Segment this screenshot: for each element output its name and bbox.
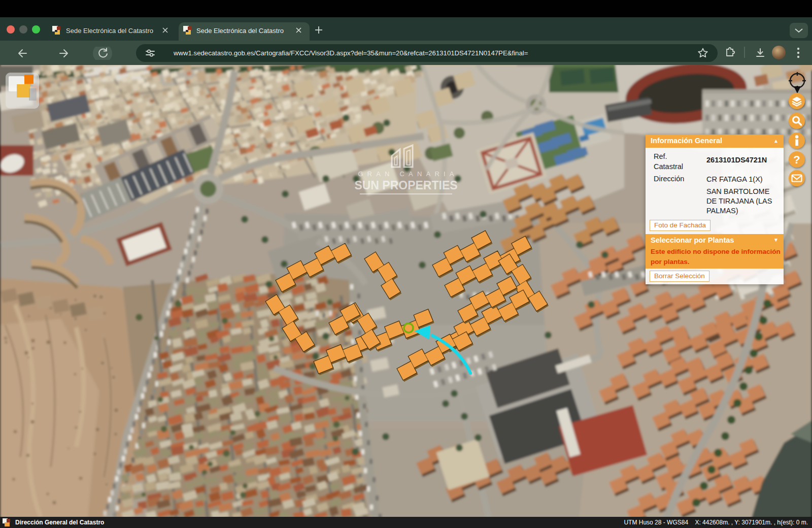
svg-text:?: ? — [793, 153, 800, 166]
